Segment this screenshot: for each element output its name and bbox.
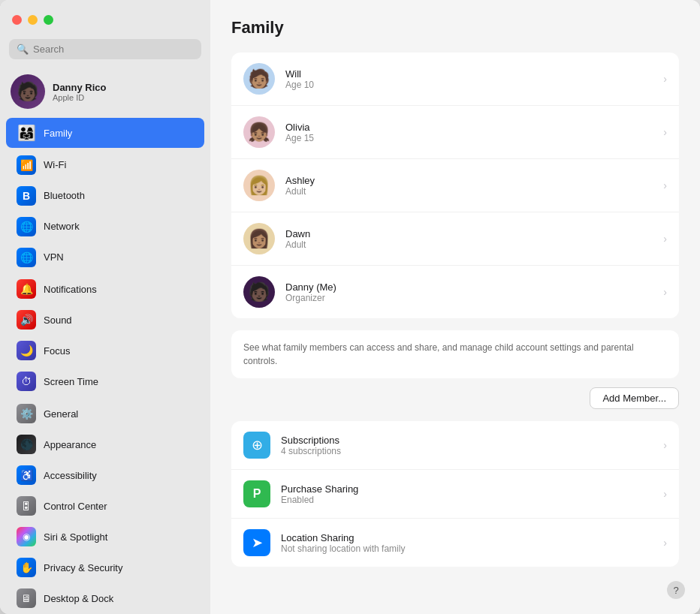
member-info-olivia: Olivia Age 15 (285, 122, 653, 143)
chevron-right-icon-danny: › (663, 286, 667, 298)
member-name-dawn: Dawn (285, 228, 653, 239)
location-sharing-name: Location Sharing (281, 532, 653, 543)
wifi-icon: 📶 (17, 155, 36, 175)
sidebar-item-label-network: Network (44, 221, 80, 232)
controlcenter-icon: 🎛 (17, 496, 36, 516)
minimize-button[interactable] (28, 15, 38, 25)
purchase-sharing-icon: P (243, 480, 270, 507)
sidebar-item-label-vpn: VPN (44, 251, 64, 263)
help-button[interactable]: ? (667, 581, 685, 599)
main-content: Family 🧑🏽 Will Age 10 › 👧🏽 (210, 0, 700, 614)
sidebar-item-label-screentime: Screen Time (44, 376, 98, 387)
subscriptions-sub: 4 subscriptions (281, 446, 653, 456)
privacy-icon: ✋ (17, 558, 36, 577)
sidebar-item-label-family: Family (44, 128, 72, 139)
sidebar-item-general[interactable]: ⚙️ General (6, 399, 204, 429)
account-avatar: 🧑🏿 (11, 74, 45, 109)
chevron-right-icon-purchase-sharing: › (663, 488, 667, 500)
notifications-icon: 🔔 (17, 279, 36, 299)
add-member-button[interactable]: Add Member... (590, 387, 679, 409)
account-info: Danny Rico Apple ID (53, 82, 107, 102)
sidebar: 🔍 🧑🏿 Danny Rico Apple ID 👨‍👩‍👧 Family (0, 0, 210, 614)
chevron-right-icon-dawn: › (663, 233, 667, 245)
family-members-card: 🧑🏽 Will Age 10 › 👧🏽 Olivia Age 15 › (231, 53, 679, 318)
sidebar-item-label-accessibility: Accessibility (44, 470, 97, 481)
sidebar-item-network[interactable]: 🌐 Network (6, 212, 204, 242)
chevron-right-icon-will: › (663, 73, 667, 85)
sidebar-item-label-general: General (44, 408, 78, 420)
subscriptions-name: Subscriptions (281, 435, 653, 446)
chevron-right-icon-subscriptions: › (663, 439, 667, 451)
service-row-subscriptions[interactable]: ⊕ Subscriptions 4 subscriptions › (231, 421, 679, 470)
service-row-location-sharing[interactable]: ➤ Location Sharing Not sharing location … (231, 519, 679, 567)
sidebar-item-label-appearance: Appearance (44, 439, 96, 450)
member-name-danny: Danny (Me) (285, 281, 653, 293)
sidebar-item-siri[interactable]: ◉ Siri & Spotlight (6, 522, 204, 552)
chevron-right-icon-olivia: › (663, 126, 667, 138)
member-row-dawn[interactable]: 👩🏽 Dawn Adult › (231, 212, 679, 266)
member-name-ashley: Ashley (285, 175, 653, 186)
location-sharing-info: Location Sharing Not sharing location wi… (281, 532, 653, 554)
sidebar-item-bluetooth[interactable]: B Bluetooth (6, 181, 204, 211)
sound-icon: 🔊 (17, 310, 36, 330)
add-member-row: Add Member... (231, 387, 679, 409)
accessibility-icon: ♿ (17, 465, 36, 485)
member-info-dawn: Dawn Adult (285, 228, 653, 250)
description-text: See what family members can access and s… (243, 341, 667, 368)
service-row-purchase-sharing[interactable]: P Purchase Sharing Enabled › (231, 470, 679, 519)
member-row-will[interactable]: 🧑🏽 Will Age 10 › (231, 53, 679, 106)
sidebar-item-accessibility[interactable]: ♿ Accessibility (6, 460, 204, 490)
member-info-will: Will Age 10 (285, 68, 653, 90)
sidebar-item-wifi[interactable]: 📶 Wi-Fi (6, 150, 204, 180)
vpn-icon: 🌐 (17, 248, 36, 267)
subscriptions-info: Subscriptions 4 subscriptions (281, 435, 653, 456)
sidebar-item-screentime[interactable]: ⏱ Screen Time (6, 366, 204, 396)
focus-icon: 🌙 (17, 341, 36, 360)
sidebar-item-label-desktop: Desktop & Dock (44, 593, 113, 604)
member-role-ashley: Adult (285, 186, 653, 197)
member-avatar-dawn: 👩🏽 (243, 223, 275, 254)
location-sharing-icon: ➤ (243, 529, 270, 556)
sidebar-item-label-notifications: Notifications (44, 284, 97, 295)
member-role-danny: Organizer (285, 293, 653, 303)
page-title: Family (231, 18, 679, 38)
sidebar-item-vpn[interactable]: 🌐 VPN (6, 242, 204, 272)
search-input[interactable] (33, 44, 194, 55)
sidebar-item-appearance[interactable]: 🌑 Appearance (6, 429, 204, 459)
description-section: See what family members can access and s… (231, 330, 679, 378)
search-icon: 🔍 (17, 44, 29, 55)
member-info-danny: Danny (Me) Organizer (285, 281, 653, 303)
sidebar-item-label-wifi: Wi-Fi (44, 159, 66, 170)
member-row-danny[interactable]: 🧑🏿 Danny (Me) Organizer › (231, 266, 679, 318)
appearance-icon: 🌑 (17, 435, 36, 454)
desktop-icon: 🖥 (17, 588, 36, 608)
search-bar[interactable]: 🔍 (9, 39, 201, 59)
general-icon: ⚙️ (17, 404, 36, 423)
close-button[interactable] (12, 15, 22, 25)
sidebar-item-privacy[interactable]: ✋ Privacy & Security (6, 552, 204, 582)
sidebar-item-focus[interactable]: 🌙 Focus (6, 336, 204, 366)
sidebar-item-label-focus: Focus (44, 345, 70, 357)
subscriptions-icon: ⊕ (243, 432, 270, 459)
maximize-button[interactable] (44, 15, 53, 25)
sidebar-item-sound[interactable]: 🔊 Sound (6, 305, 204, 335)
member-info-ashley: Ashley Adult (285, 175, 653, 197)
member-avatar-danny: 🧑🏿 (243, 276, 275, 308)
sidebar-item-family[interactable]: 👨‍👩‍👧 Family (6, 118, 204, 148)
account-section[interactable]: 🧑🏿 Danny Rico Apple ID (0, 68, 210, 118)
sidebar-item-desktop[interactable]: 🖥 Desktop & Dock (6, 583, 204, 613)
sidebar-item-notifications[interactable]: 🔔 Notifications (6, 274, 204, 304)
member-name-olivia: Olivia (285, 122, 653, 133)
sidebar-item-label-sound: Sound (44, 315, 72, 326)
sidebar-item-label-controlcenter: Control Center (44, 501, 107, 512)
account-name: Danny Rico (53, 82, 107, 93)
sidebar-item-label-siri: Siri & Spotlight (44, 531, 107, 543)
location-sharing-sub: Not sharing location with family (281, 543, 653, 554)
member-row-ashley[interactable]: 👩🏼 Ashley Adult › (231, 159, 679, 212)
window: 🔍 🧑🏿 Danny Rico Apple ID 👨‍👩‍👧 Family (0, 0, 700, 614)
member-row-olivia[interactable]: 👧🏽 Olivia Age 15 › (231, 106, 679, 159)
screentime-icon: ⏱ (17, 372, 36, 391)
siri-icon: ◉ (17, 527, 36, 546)
sidebar-item-label-bluetooth: Bluetooth (44, 190, 85, 201)
sidebar-item-controlcenter[interactable]: 🎛 Control Center (6, 491, 204, 521)
